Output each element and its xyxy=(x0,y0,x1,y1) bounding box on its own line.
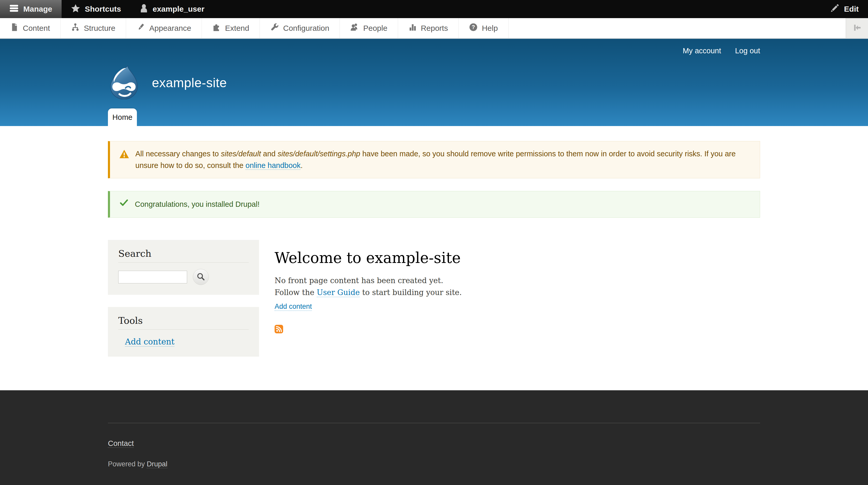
admin-bar-edit-button[interactable]: Edit xyxy=(820,0,868,18)
sitemap-icon xyxy=(71,23,80,33)
toolbar-item-reports[interactable]: Reports xyxy=(398,18,459,38)
warning-text: All necessary changes to sites/default a… xyxy=(135,148,750,171)
online-handbook-link[interactable]: online handbook xyxy=(246,161,301,170)
toolbar-item-people[interactable]: People xyxy=(340,18,398,38)
wrench-icon xyxy=(270,23,279,33)
svg-text:?: ? xyxy=(471,24,475,30)
toolbar-item-label: Extend xyxy=(225,24,249,33)
toolbar-item-label: Content xyxy=(23,24,50,33)
log-out-link[interactable]: Log out xyxy=(735,47,760,55)
admin-bar-manage[interactable]: Manage xyxy=(0,0,62,18)
content-area: All necessary changes to sites/default a… xyxy=(0,126,868,390)
hamburger-icon xyxy=(9,5,19,14)
toolbar-item-label: Help xyxy=(482,24,498,33)
drupal-link[interactable]: Drupal xyxy=(147,460,167,468)
my-account-link[interactable]: My account xyxy=(683,47,721,55)
admin-bar-user-label: example_user xyxy=(153,5,205,13)
footer-contact-link[interactable]: Contact xyxy=(108,439,134,448)
sidebar: Search Tools Add c xyxy=(108,240,259,357)
star-icon xyxy=(71,4,80,15)
tools-add-content-link[interactable]: Add content xyxy=(125,337,175,346)
admin-bar-manage-label: Manage xyxy=(23,5,52,13)
toolbar-item-label: Appearance xyxy=(149,24,191,33)
powered-by: Powered by Drupal xyxy=(108,448,760,468)
search-block: Search xyxy=(108,240,259,295)
admin-bar-shortcuts-label: Shortcuts xyxy=(85,5,121,13)
admin-bar-shortcuts[interactable]: Shortcuts xyxy=(62,0,130,18)
search-input[interactable] xyxy=(118,271,187,283)
site-name[interactable]: example-site xyxy=(152,75,227,90)
pencil-icon xyxy=(830,4,839,15)
toolbar-item-label: People xyxy=(363,24,387,33)
warning-message: All necessary changes to sites/default a… xyxy=(108,141,760,178)
search-icon xyxy=(196,272,205,282)
search-button[interactable] xyxy=(193,269,209,285)
toolbar: Content Structure Appearance Extend Conf… xyxy=(0,18,868,39)
user-icon xyxy=(140,4,148,15)
rss-icon xyxy=(275,330,283,334)
guide-text-part: Follow the xyxy=(275,288,317,297)
file-icon xyxy=(10,23,19,33)
toolbar-item-extend[interactable]: Extend xyxy=(202,18,260,38)
admin-bar-edit-label: Edit xyxy=(844,5,859,13)
rss-feed-link[interactable] xyxy=(275,330,283,334)
toolbar-item-configuration[interactable]: Configuration xyxy=(260,18,340,38)
puzzle-icon xyxy=(212,23,221,33)
status-message: Congratulations, you installed Drupal! xyxy=(108,191,760,218)
page-title: Welcome to example-site xyxy=(275,249,760,266)
status-text: Congratulations, you installed Drupal! xyxy=(135,199,259,210)
guide-text-part: to start building your site. xyxy=(360,288,462,297)
toolbar-item-label: Configuration xyxy=(283,24,329,33)
paintbrush-icon xyxy=(136,23,145,33)
admin-bar-user[interactable]: example_user xyxy=(130,0,214,18)
primary-tabs: Home xyxy=(108,109,137,126)
site-header: My account Log out xyxy=(0,39,868,126)
tools-block-title: Tools xyxy=(118,315,249,326)
tools-block: Tools Add content xyxy=(108,307,259,357)
warning-icon xyxy=(119,148,129,171)
main-content: Welcome to example-site No front page co… xyxy=(275,240,760,334)
empty-frontpage-text: No front page content has been created y… xyxy=(275,275,760,286)
admin-bar-spacer xyxy=(214,0,820,18)
help-icon: ? xyxy=(469,23,478,33)
search-block-title: Search xyxy=(118,248,249,259)
bar-chart-icon xyxy=(408,23,417,33)
toolbar-item-content[interactable]: Content xyxy=(0,18,61,38)
guide-text: Follow the User Guide to start building … xyxy=(275,286,760,298)
footer: Contact Powered by Drupal xyxy=(0,390,868,485)
warning-text-part: All necessary changes to xyxy=(135,150,221,158)
admin-bar: Manage Shortcuts example_user Edit xyxy=(0,0,868,18)
drupal-logo xyxy=(108,65,140,100)
warning-path: sites/default/settings.php xyxy=(278,150,360,158)
toolbar-item-help[interactable]: ? Help xyxy=(459,18,508,38)
tab-home[interactable]: Home xyxy=(108,109,137,126)
collapse-left-icon xyxy=(852,23,862,34)
add-content-link[interactable]: Add content xyxy=(275,303,312,311)
warning-path: sites/default xyxy=(221,150,261,158)
toolbar-orientation-toggle[interactable] xyxy=(846,18,868,38)
people-icon xyxy=(350,23,359,33)
warning-text-part: and xyxy=(261,150,278,158)
toolbar-item-appearance[interactable]: Appearance xyxy=(126,18,202,38)
checkmark-icon xyxy=(119,198,129,211)
warning-text-part: . xyxy=(301,161,303,170)
toolbar-item-label: Reports xyxy=(421,24,448,33)
messages: All necessary changes to sites/default a… xyxy=(108,126,760,218)
powered-by-text: Powered by xyxy=(108,460,147,468)
site-branding[interactable]: example-site xyxy=(108,65,227,100)
user-guide-link[interactable]: User Guide xyxy=(317,288,360,297)
account-menu: My account Log out xyxy=(683,47,760,55)
toolbar-item-structure[interactable]: Structure xyxy=(61,18,126,38)
toolbar-item-label: Structure xyxy=(84,24,116,33)
